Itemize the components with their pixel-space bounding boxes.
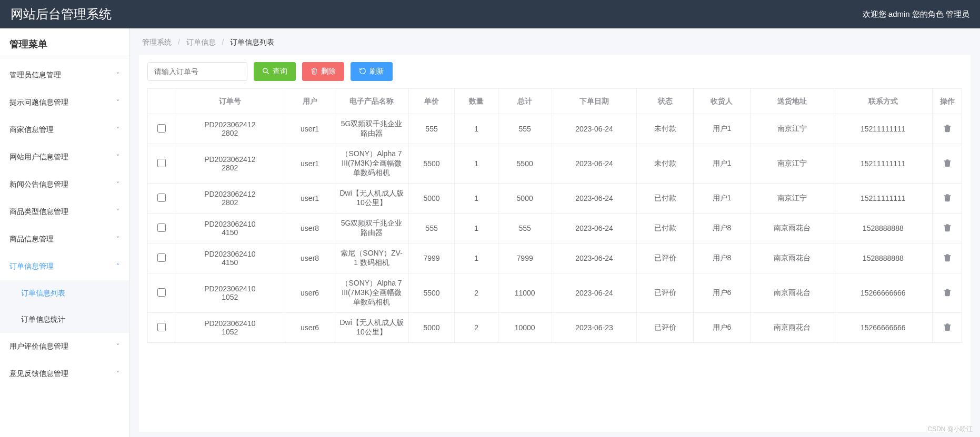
cell-date: 2023-06-24 (552, 144, 637, 184)
col-order-no: 订单号 (175, 89, 285, 114)
cell-address: 南京江宁 (750, 114, 834, 144)
sidebar-item[interactable]: 用户评价信息管理˅ (0, 333, 129, 360)
submenu-item[interactable]: 订单信息统计 (0, 307, 129, 333)
cell-phone: 15211111111 (834, 144, 932, 184)
cell-total: 555 (498, 114, 552, 144)
row-delete-button[interactable] (943, 290, 952, 298)
row-checkbox[interactable] (157, 288, 166, 297)
breadcrumb-sep: / (174, 38, 184, 46)
cell-status: 已评价 (637, 273, 694, 313)
cell-price: 5500 (408, 144, 455, 184)
cell-user: user6 (285, 313, 335, 343)
row-delete-button[interactable] (943, 126, 952, 134)
submenu-item[interactable]: 订单信息列表 (0, 280, 129, 307)
sidebar-item-label: 新闻公告信息管理 (9, 180, 68, 189)
main-content: 管理系统 / 订单信息 / 订单信息列表 查询 (129, 28, 980, 437)
cell-order-no: PD2023062410 4150 (175, 214, 285, 243)
col-user: 用户 (285, 89, 335, 114)
search-input[interactable] (147, 62, 247, 81)
breadcrumb-section[interactable]: 订单信息 (186, 38, 216, 46)
cell-qty: 1 (455, 243, 498, 273)
breadcrumb: 管理系统 / 订单信息 / 订单信息列表 (139, 28, 971, 55)
cell-product: Dwi【无人机成人版10公里】 (335, 184, 408, 214)
row-checkbox[interactable] (157, 253, 166, 262)
cell-address: 南京雨花台 (750, 214, 834, 243)
sidebar-item[interactable]: 订单信息管理˄ (0, 253, 129, 280)
cell-qty: 1 (455, 114, 498, 144)
delete-button[interactable]: 删除 (302, 62, 344, 81)
cell-phone: 15211111111 (834, 114, 932, 144)
row-checkbox[interactable] (157, 323, 166, 331)
breadcrumb-sep: / (218, 38, 228, 46)
cell-receiver: 用户8 (694, 214, 751, 243)
orders-table: 订单号 用户 电子产品名称 单价 数量 总计 下单日期 状态 收货人 送货地址 (147, 88, 962, 343)
cell-user: user1 (285, 184, 335, 214)
row-delete-button[interactable] (943, 255, 952, 263)
cell-user: user1 (285, 144, 335, 184)
sidebar-item[interactable]: 网站用户信息管理˅ (0, 144, 129, 171)
cell-status: 已付款 (637, 214, 694, 243)
chevron-down-icon: ˅ (116, 236, 119, 243)
cell-op (933, 313, 962, 343)
col-status: 状态 (637, 89, 694, 114)
cell-op (933, 184, 962, 214)
sidebar-item[interactable]: 商品信息管理˅ (0, 226, 129, 253)
sidebar-item[interactable]: 新闻公告信息管理˅ (0, 171, 129, 198)
row-delete-button[interactable] (943, 160, 952, 169)
sidebar-item[interactable]: 意见反馈信息管理˅ (0, 360, 129, 388)
cell-price: 7999 (408, 243, 455, 273)
sidebar-item[interactable]: 提示问题信息管理˅ (0, 89, 129, 116)
cell-phone: 1528888888 (834, 214, 932, 243)
refresh-button[interactable]: 刷新 (351, 62, 393, 81)
col-price: 单价 (408, 89, 455, 114)
cell-phone: 1528888888 (834, 243, 932, 273)
cell-order-no: PD2023062412 2802 (175, 184, 285, 214)
sidebar-item-label: 商家信息管理 (9, 125, 54, 135)
cell-price: 555 (408, 214, 455, 243)
cell-op (933, 214, 962, 243)
sidebar-item[interactable]: 管理员信息管理˅ (0, 62, 129, 89)
cell-product: Dwi【无人机成人版10公里】 (335, 313, 408, 343)
toolbar: 查询 删除 刷新 (139, 55, 971, 88)
sidebar-item[interactable]: 商家信息管理˅ (0, 116, 129, 144)
refresh-icon (359, 67, 366, 76)
cell-qty: 1 (455, 214, 498, 243)
welcome-text: 欢迎您 admin 您的角色 管理员 (863, 9, 969, 19)
app-title: 网站后台管理系统 (11, 6, 112, 23)
row-checkbox[interactable] (157, 194, 166, 202)
cell-date: 2023-06-24 (552, 243, 637, 273)
cell-product: （SONY）Alpha 7 III(7M3K)全画幅微单数码相机 (335, 273, 408, 313)
cell-date: 2023-06-24 (552, 114, 637, 144)
sidebar-item-label: 网站用户信息管理 (9, 153, 68, 162)
delete-button-label: 删除 (321, 67, 336, 76)
cell-qty: 2 (455, 273, 498, 313)
row-checkbox[interactable] (157, 223, 166, 232)
row-checkbox[interactable] (157, 124, 166, 133)
query-button[interactable]: 查询 (254, 62, 296, 81)
cell-total: 10000 (498, 313, 552, 343)
cell-price: 5000 (408, 313, 455, 343)
table-row: PD2023062412 2802user1Dwi【无人机成人版10公里】500… (148, 184, 962, 214)
row-checkbox[interactable] (157, 159, 166, 167)
cell-product: 索尼（SONY）ZV-1 数码相机 (335, 243, 408, 273)
search-icon (262, 67, 269, 76)
cell-total: 555 (498, 214, 552, 243)
cell-address: 南京江宁 (750, 184, 834, 214)
cell-qty: 1 (455, 144, 498, 184)
cell-total: 5500 (498, 144, 552, 184)
sidebar-item-label: 管理员信息管理 (9, 70, 61, 80)
row-delete-button[interactable] (943, 195, 952, 204)
cell-user: user8 (285, 214, 335, 243)
cell-receiver: 用户6 (694, 313, 751, 343)
cell-date: 2023-06-23 (552, 313, 637, 343)
sidebar-menu: 管理员信息管理˅提示问题信息管理˅商家信息管理˅网站用户信息管理˅新闻公告信息管… (0, 58, 129, 388)
row-delete-button[interactable] (943, 324, 952, 333)
row-delete-button[interactable] (943, 225, 952, 233)
table-scroll[interactable]: 订单号 用户 电子产品名称 单价 数量 总计 下单日期 状态 收货人 送货地址 (139, 88, 971, 432)
sidebar-item[interactable]: 商品类型信息管理˅ (0, 198, 129, 226)
col-address: 送货地址 (750, 89, 834, 114)
cell-price: 555 (408, 114, 455, 144)
cell-status: 已评价 (637, 243, 694, 273)
refresh-button-label: 刷新 (369, 67, 384, 76)
breadcrumb-root[interactable]: 管理系统 (142, 38, 172, 46)
